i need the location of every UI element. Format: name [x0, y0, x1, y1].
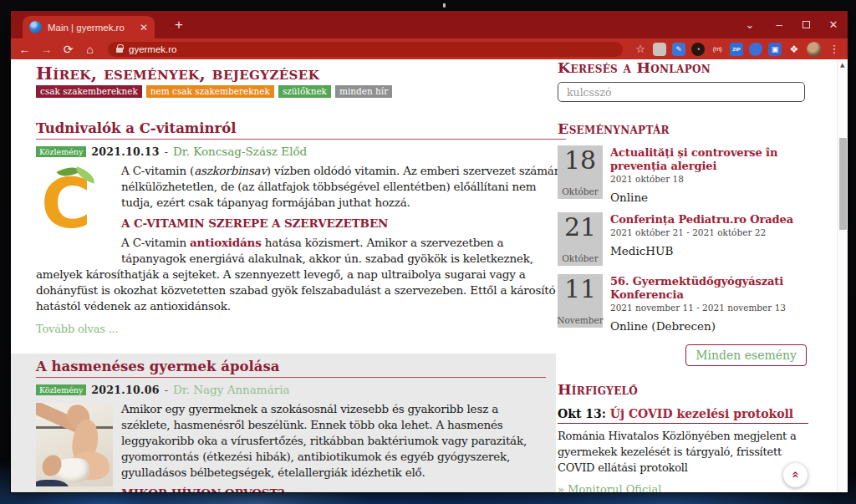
event-title-link[interactable]: Actualități și controverse în prevenția …: [610, 146, 808, 173]
browser-tab[interactable]: Main | gyermek.ro ✕: [23, 16, 155, 38]
news-item: Okt 13: Új COVID kezelési protokoll Romá…: [558, 407, 808, 492]
event-item[interactable]: 18 Október Actualități și controverse în…: [558, 145, 808, 204]
extension-blue-icon[interactable]: ▣: [768, 43, 782, 56]
event-date-range: 2021 november 11 - 2021 november 13: [610, 303, 808, 313]
article-body: Amikor egy gyermeknek a szokásosnál vize…: [36, 401, 546, 492]
article-diarrhea: A hasmenéses gyermek ápolása Közlemény 2…: [11, 354, 556, 492]
url-text: gyermek.ro: [129, 44, 177, 54]
chevron-down-icon[interactable]: ⌄: [744, 18, 756, 31]
extension-gray-icon[interactable]: [653, 43, 666, 56]
forward-button[interactable]: →: [39, 43, 54, 55]
c-vitamin-logo-image[interactable]: C: [36, 165, 113, 240]
diaper-change-photo[interactable]: [36, 403, 113, 492]
window-controls: ⌄ – ✕: [744, 11, 839, 38]
search-input[interactable]: [558, 82, 805, 102]
event-day: 21: [564, 214, 596, 241]
page-viewport: Hírek, események, bejegyzések csak szake…: [11, 59, 848, 492]
event-date-range: 2021 október 18: [610, 174, 808, 184]
article-paragraph: A C-vitamin (aszkorbinsav) vízben oldódó…: [36, 163, 566, 211]
scrollbar-thumb[interactable]: [839, 138, 847, 230]
author-link[interactable]: Dr. Koncsag-Szász Előd: [173, 145, 307, 158]
filter-all-news[interactable]: minden hír: [335, 85, 392, 98]
event-location: Online: [610, 191, 808, 204]
bookmark-star-icon[interactable]: ☆: [634, 43, 647, 56]
news-body: Románia Hivatalos Közlönyében megjelent …: [558, 428, 808, 476]
news-title-link[interactable]: Új COVID kezelési protokoll: [610, 407, 793, 420]
author-link[interactable]: Dr. Nagy Annamária: [173, 383, 290, 396]
article-date: 2021.10.06: [91, 384, 159, 396]
lock-icon[interactable]: [116, 48, 123, 53]
extensions-puzzle-icon[interactable]: ❖: [787, 43, 801, 56]
reload-button[interactable]: ⟳: [61, 43, 75, 55]
main-column: Hírek, események, bejegyzések csak szake…: [36, 59, 566, 492]
filter-parents[interactable]: szülőknek: [278, 85, 331, 98]
filter-badges: csak szakembereknek nem csak szakemberek…: [36, 85, 566, 98]
event-item[interactable]: 21 Október Conferința Pediatru.ro Oradea…: [558, 212, 808, 266]
news-source-link[interactable]: » Monitorul Oficial: [558, 483, 661, 492]
address-bar[interactable]: gyermek.ro: [108, 42, 623, 57]
event-month: Október: [562, 253, 598, 263]
toolbar-icons: ☆ ✎ ◔ (m) ZIP ▣ ❖ ⋮: [634, 42, 841, 57]
profile-avatar[interactable]: [807, 42, 822, 57]
event-day: 18: [564, 147, 596, 174]
category-badge[interactable]: Közlemény: [36, 146, 86, 157]
extension-zip-icon[interactable]: ZIP: [730, 43, 743, 56]
meta-separator: -: [165, 145, 168, 158]
article-meta: Közlemény 2021.10.06 - Dr. Nagy Annamári…: [36, 383, 546, 396]
article-c-vitamin: Tudnivalók a C-vitaminról Közlemény 2021…: [36, 120, 566, 344]
extension-pen-icon[interactable]: ✎: [672, 43, 685, 56]
article-title[interactable]: A hasmenéses gyermek ápolása: [36, 359, 546, 378]
article-meta: Közlemény 2021.10.13 - Dr. Koncsag-Szász…: [36, 145, 566, 158]
close-button[interactable]: ✕: [828, 18, 839, 31]
maximize-button[interactable]: [802, 21, 810, 28]
back-button[interactable]: ←: [18, 43, 32, 55]
browser-toolbar: ← → ⟳ ⌂ gyermek.ro ☆ ✎ ◔ (m) ZIP ▣ ❖ ⋮: [11, 38, 848, 59]
event-date-range: 2021 október 21 - 2021 október 22: [610, 227, 793, 237]
event-location: MedicHUB: [610, 244, 793, 257]
browser-window: Main | gyermek.ro ✕ + ⌄ – ✕ ← → ⟳ ⌂ gyer…: [11, 11, 848, 492]
menu-dots-icon[interactable]: ⋮: [828, 43, 841, 56]
event-title-link[interactable]: Conferința Pediatru.ro Oradea: [610, 213, 793, 227]
tab-title: Main | gyermek.ro: [48, 23, 134, 33]
new-tab-button[interactable]: +: [175, 18, 183, 32]
page-scrollbar[interactable]: ▲: [837, 59, 848, 492]
all-events-button[interactable]: Minden esemény: [685, 344, 807, 366]
search-heading: Keresés a Honlapon: [558, 59, 808, 76]
category-badge[interactable]: Közlemény: [36, 384, 86, 395]
event-item[interactable]: 11 November 56. Gyermektüdőgyógyászati K…: [558, 274, 808, 333]
double-chevron-up-icon: «: [788, 471, 803, 478]
meta-separator: -: [165, 384, 168, 396]
tab-close-icon[interactable]: ✕: [140, 22, 148, 33]
minimize-button[interactable]: –: [773, 18, 785, 31]
news-date-prefix: Okt 13:: [558, 407, 606, 420]
event-month: November: [557, 315, 604, 325]
scroll-to-top-button[interactable]: «: [783, 463, 808, 487]
home-button[interactable]: ⌂: [83, 43, 97, 55]
keyword-link[interactable]: antioxidáns: [190, 236, 262, 249]
event-datebox: 18 Október: [558, 145, 603, 199]
article-body: C A C-vitamin (aszkorbinsav) vízben oldó…: [36, 163, 566, 344]
extension-m-icon[interactable]: (m): [711, 43, 724, 56]
wallpaper-speck: [443, 3, 446, 8]
event-title-link[interactable]: 56. Gyermektüdőgyógyászati Konferencia: [610, 275, 808, 302]
article-subheading: A C-VITAMIN SZEREPE A SZERVEZETBEN: [36, 216, 566, 232]
event-datebox: 21 Október: [558, 212, 603, 266]
article-title[interactable]: Tudnivalók a C-vitaminról: [36, 120, 566, 140]
tab-favicon-icon: [29, 21, 42, 33]
events-heading: Eseménynaptár: [558, 120, 808, 137]
sidebar: Keresés a Honlapon Eseménynaptár 18 Októ…: [558, 59, 808, 492]
scrollbar-up-arrow[interactable]: ▲: [840, 62, 844, 69]
filter-professionals[interactable]: csak szakembereknek: [36, 85, 142, 98]
news-watch-heading: Hírfigyelő: [558, 381, 808, 398]
extension-blob-icon[interactable]: [749, 43, 762, 56]
read-more-link[interactable]: Tovább olvas ...: [36, 321, 566, 344]
event-month: Október: [562, 186, 598, 196]
browser-titlebar: Main | gyermek.ro ✕ + ⌄ – ✕: [11, 11, 848, 38]
article-paragraph: A C-vitamin antioxidáns hatása közismert…: [36, 235, 566, 314]
extension-circle-icon[interactable]: ◔: [691, 43, 705, 56]
event-day: 11: [564, 276, 596, 303]
event-datebox: 11 November: [558, 274, 603, 328]
desktop-wallpaper: Main | gyermek.ro ✕ + ⌄ – ✕ ← → ⟳ ⌂ gyer…: [0, 0, 856, 504]
page-title: Hírek, események, bejegyzések: [36, 63, 566, 84]
filter-not-only-professionals[interactable]: nem csak szakembereknek: [146, 85, 274, 98]
